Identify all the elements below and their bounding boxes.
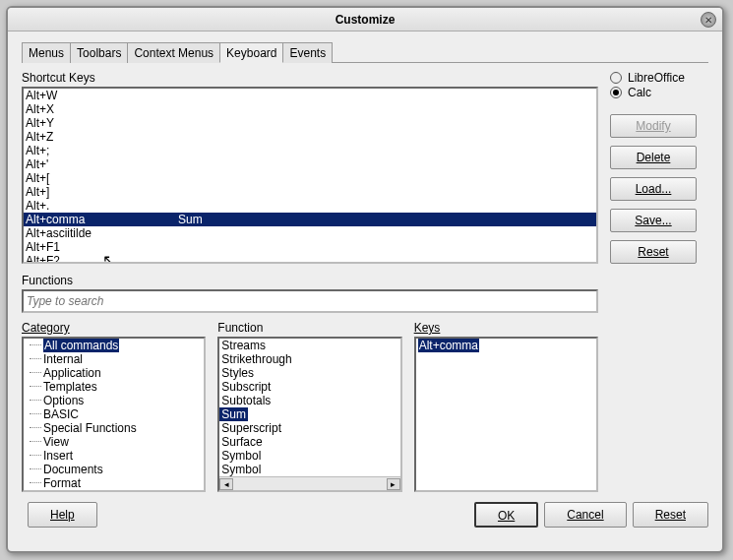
shortcut-row[interactable]: Alt+'	[24, 157, 596, 171]
shortcut-row[interactable]: Alt+asciitilde	[24, 226, 596, 240]
customize-dialog: Customize ✕ MenusToolbarsContext MenusKe…	[6, 6, 724, 553]
ok-button[interactable]: OK	[474, 502, 538, 528]
shortcut-command	[178, 130, 594, 144]
function-item[interactable]: Symbol	[219, 449, 263, 463]
shortcut-row[interactable]: Alt+]	[24, 185, 596, 199]
category-item[interactable]: All commands	[24, 339, 204, 352]
tab-menus[interactable]: Menus	[22, 42, 71, 63]
function-item[interactable]: Strikethrough	[219, 352, 293, 366]
dialog-content: MenusToolbarsContext MenusKeyboardEvents…	[8, 31, 722, 535]
shortcut-keys-label: Shortcut Keys	[22, 71, 598, 85]
shortcut-key: Alt+;	[26, 144, 178, 157]
shortcut-key: Alt+Z	[26, 130, 178, 144]
save-button[interactable]: Save...	[610, 209, 697, 232]
category-item[interactable]: Documents	[24, 463, 204, 476]
shortcut-key: Alt+comma	[26, 213, 178, 226]
load-button[interactable]: Load...	[610, 177, 697, 201]
search-input[interactable]	[27, 294, 593, 308]
function-item[interactable]: Sum	[219, 407, 248, 421]
shortcut-key: Alt+]	[26, 185, 178, 199]
shortcut-row[interactable]: Alt+Y	[24, 116, 596, 130]
category-column: Category All commandsInternalApplication…	[22, 321, 206, 492]
keys-label: Keys	[414, 321, 441, 335]
titlebar: Customize ✕	[8, 8, 722, 31]
bottom-bar: Help OK Cancel Reset	[22, 502, 708, 528]
keys-listbox[interactable]: Alt+comma	[414, 337, 598, 492]
shortcut-row[interactable]: Alt+;	[24, 144, 596, 157]
window-title: Customize	[336, 13, 396, 27]
function-item[interactable]: Subtotals	[219, 394, 273, 407]
close-icon[interactable]: ✕	[701, 12, 716, 28]
shortcut-key: Alt+.	[26, 199, 178, 213]
category-item[interactable]: Options	[24, 394, 204, 407]
right-column: LibreOffice Calc Modify Delete Load... S…	[610, 71, 708, 492]
category-item[interactable]: BASIC	[24, 407, 204, 421]
tabs: MenusToolbarsContext MenusKeyboardEvents	[22, 41, 708, 63]
shortcut-command	[178, 171, 594, 185]
category-label: Category	[22, 321, 70, 335]
shortcut-key: Alt+F1	[26, 240, 178, 254]
shortcut-command	[178, 240, 594, 254]
cancel-button[interactable]: Cancel	[544, 502, 626, 528]
shortcut-row[interactable]: Alt+F1	[24, 240, 596, 254]
tab-toolbars[interactable]: Toolbars	[70, 42, 128, 63]
bottom-reset-button[interactable]: Reset	[633, 502, 708, 528]
category-item[interactable]: Insert	[24, 449, 204, 463]
shortcut-key: Alt+asciitilde	[26, 226, 178, 240]
tab-events[interactable]: Events	[282, 42, 333, 63]
shortcut-command	[178, 116, 594, 130]
function-listbox[interactable]: StreamsStrikethroughStylesSubscriptSubto…	[217, 337, 401, 492]
category-item[interactable]: Special Functions	[24, 421, 204, 435]
tab-keyboard[interactable]: Keyboard	[219, 42, 283, 63]
function-item[interactable]: Subscript	[219, 380, 273, 394]
shortcut-command	[178, 157, 594, 171]
shortcut-command	[178, 185, 594, 199]
shortcut-command	[178, 89, 594, 102]
horizontal-scrollbar[interactable]: ◂▸	[219, 476, 399, 490]
keys-item[interactable]: Alt+comma	[416, 339, 596, 352]
shortcut-command	[178, 254, 594, 264]
category-item[interactable]: View	[24, 435, 204, 449]
category-item[interactable]: Application	[24, 366, 204, 380]
scope-calc-radio[interactable]: Calc	[610, 86, 708, 99]
category-item[interactable]: Internal	[24, 352, 204, 366]
scope-libreoffice-radio[interactable]: LibreOffice	[610, 71, 708, 85]
calc-label: Calc	[628, 86, 651, 99]
shortcut-row[interactable]: Alt+X	[24, 102, 596, 116]
shortcut-keys-listbox[interactable]: ↖ Alt+WAlt+XAlt+YAlt+ZAlt+;Alt+'Alt+[Alt…	[22, 87, 598, 264]
shortcut-command	[178, 199, 594, 213]
radio-icon	[610, 72, 622, 84]
modify-button[interactable]: Modify	[610, 114, 697, 138]
shortcut-row[interactable]: Alt+W	[24, 89, 596, 102]
function-item[interactable]: Superscript	[219, 421, 283, 435]
shortcut-row[interactable]: Alt+F2	[24, 254, 596, 264]
shortcut-key: Alt+F2	[26, 254, 178, 264]
shortcut-row[interactable]: Alt+Z	[24, 130, 596, 144]
functions-label: Functions	[22, 274, 598, 287]
category-listbox[interactable]: All commandsInternalApplicationTemplates…	[22, 337, 206, 492]
shortcut-row[interactable]: Alt+[	[24, 171, 596, 185]
function-item[interactable]: Surface	[219, 435, 264, 449]
lower-columns: Category All commandsInternalApplication…	[22, 321, 598, 492]
function-item[interactable]: Styles	[219, 366, 256, 380]
search-container	[22, 289, 598, 313]
radio-icon	[610, 87, 622, 98]
libreoffice-label: LibreOffice	[628, 71, 685, 85]
shortcut-row[interactable]: Alt+commaSum	[24, 213, 596, 226]
shortcut-command	[178, 144, 594, 157]
function-item[interactable]: Symbol	[219, 463, 263, 476]
tab-context-menus[interactable]: Context Menus	[127, 42, 220, 63]
category-item[interactable]: Format	[24, 476, 204, 490]
shortcut-key: Alt+Y	[26, 116, 178, 130]
shortcut-command	[178, 102, 594, 116]
category-item[interactable]: Templates	[24, 380, 204, 394]
shortcut-key: Alt+W	[26, 89, 178, 102]
delete-button[interactable]: Delete	[610, 146, 697, 169]
keyboard-panel: Shortcut Keys ↖ Alt+WAlt+XAlt+YAlt+ZAlt+…	[22, 63, 708, 492]
shortcut-command	[178, 226, 594, 240]
shortcut-row[interactable]: Alt+.	[24, 199, 596, 213]
function-item[interactable]: Streams	[219, 339, 268, 352]
reset-button[interactable]: Reset	[610, 240, 697, 264]
shortcut-command: Sum	[178, 213, 594, 226]
help-button[interactable]: Help	[28, 502, 97, 528]
